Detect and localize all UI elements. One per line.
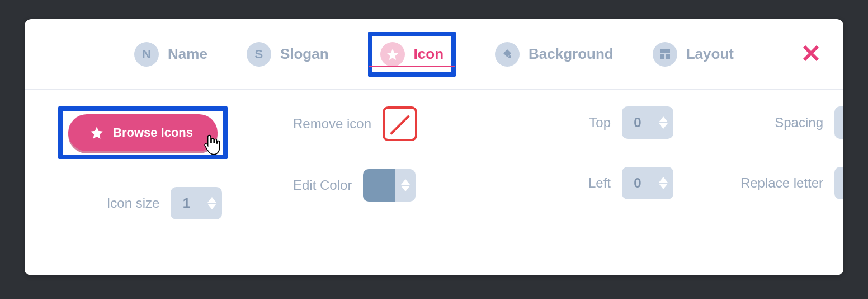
browse-icons-button[interactable]: Browse Icons bbox=[68, 114, 218, 151]
remove-icon-label: Remove icon bbox=[293, 116, 371, 132]
highlight-tab-icon: Icon bbox=[368, 32, 456, 77]
tab-layout[interactable]: Layout bbox=[653, 19, 734, 89]
icon-size-value: 1 bbox=[171, 187, 202, 219]
color-down-icon[interactable] bbox=[401, 186, 410, 191]
column-mid: Remove icon Edit Color bbox=[293, 106, 472, 253]
left-label: Left bbox=[588, 175, 611, 191]
edit-color-control[interactable] bbox=[363, 169, 416, 202]
left-stepper[interactable]: 0 bbox=[622, 167, 673, 199]
tab-slogan[interactable]: S Slogan bbox=[247, 19, 329, 89]
tab-layout-badge bbox=[653, 42, 677, 67]
top-up-icon[interactable] bbox=[659, 116, 668, 122]
tab-background[interactable]: Background bbox=[495, 19, 614, 89]
tab-bar: N Name S Slogan Icon Background bbox=[25, 19, 843, 90]
highlight-browse-button: Browse Icons bbox=[58, 106, 228, 159]
color-swatch[interactable] bbox=[363, 169, 395, 202]
tab-name-badge: N bbox=[134, 42, 159, 67]
replace-letter-stepper[interactable]: 0 bbox=[834, 167, 843, 199]
tab-background-badge bbox=[495, 42, 520, 67]
tab-slogan-label: Slogan bbox=[280, 45, 329, 63]
star-icon bbox=[89, 125, 104, 140]
icon-size-label: Icon size bbox=[107, 195, 160, 211]
remove-icon-row: Remove icon bbox=[293, 106, 472, 141]
top-arrows bbox=[653, 106, 673, 139]
edit-color-label: Edit Color bbox=[293, 177, 352, 193]
layout-icon bbox=[658, 48, 672, 61]
replace-letter-label: Replace letter bbox=[740, 175, 823, 191]
top-row: Top 0 bbox=[589, 106, 673, 139]
icon-size-row: Icon size 1 bbox=[107, 187, 223, 219]
remove-icon-button[interactable] bbox=[383, 106, 417, 141]
close-icon bbox=[801, 43, 821, 63]
tab-icon-badge bbox=[380, 42, 405, 67]
left-value: 0 bbox=[622, 167, 653, 199]
replace-letter-value: 0 bbox=[834, 167, 843, 199]
spacing-value: 1 bbox=[834, 106, 843, 139]
edit-color-row: Edit Color bbox=[293, 169, 472, 202]
top-down-icon[interactable] bbox=[659, 123, 668, 129]
spacing-stepper[interactable]: 1 bbox=[834, 106, 843, 139]
top-stepper[interactable]: 0 bbox=[622, 106, 673, 139]
star-icon bbox=[386, 48, 399, 61]
left-down-icon[interactable] bbox=[659, 184, 668, 189]
tab-layout-label: Layout bbox=[686, 45, 734, 63]
icon-size-up-icon[interactable] bbox=[207, 197, 216, 203]
cursor-hand-icon bbox=[202, 134, 221, 156]
browse-icons-label: Browse Icons bbox=[113, 125, 193, 140]
column-right-1: Top 0 Left 0 bbox=[517, 106, 673, 253]
left-row: Left 0 bbox=[588, 167, 673, 199]
editor-panel: N Name S Slogan Icon Background bbox=[25, 19, 843, 275]
tab-background-label: Background bbox=[529, 45, 614, 63]
spacing-row: Spacing 1 bbox=[775, 106, 843, 139]
tab-icon[interactable]: Icon bbox=[380, 42, 444, 67]
column-right-2: Spacing 1 Replace letter 0 bbox=[696, 106, 843, 253]
icon-size-down-icon[interactable] bbox=[207, 204, 216, 209]
left-arrows bbox=[653, 167, 673, 199]
top-value: 0 bbox=[622, 106, 653, 139]
left-up-icon[interactable] bbox=[659, 177, 668, 183]
column-left: Browse Icons Icon size 1 bbox=[58, 106, 271, 253]
tab-name-label: Name bbox=[168, 45, 207, 63]
icon-size-arrows bbox=[202, 187, 222, 219]
top-label: Top bbox=[589, 115, 611, 130]
content-area: Browse Icons Icon size 1 bbox=[25, 90, 843, 275]
tab-slogan-badge: S bbox=[247, 42, 271, 67]
spacing-label: Spacing bbox=[775, 115, 823, 130]
color-up-icon[interactable] bbox=[401, 179, 410, 185]
close-button[interactable] bbox=[801, 43, 821, 66]
paint-bucket-icon bbox=[501, 48, 514, 61]
icon-size-stepper[interactable]: 1 bbox=[171, 187, 222, 219]
browse-button-wrap: Browse Icons bbox=[68, 114, 218, 151]
tab-icon-label: Icon bbox=[414, 45, 444, 63]
replace-letter-row: Replace letter 0 bbox=[740, 167, 843, 199]
tab-name[interactable]: N Name bbox=[134, 19, 207, 89]
color-arrows bbox=[395, 169, 416, 202]
